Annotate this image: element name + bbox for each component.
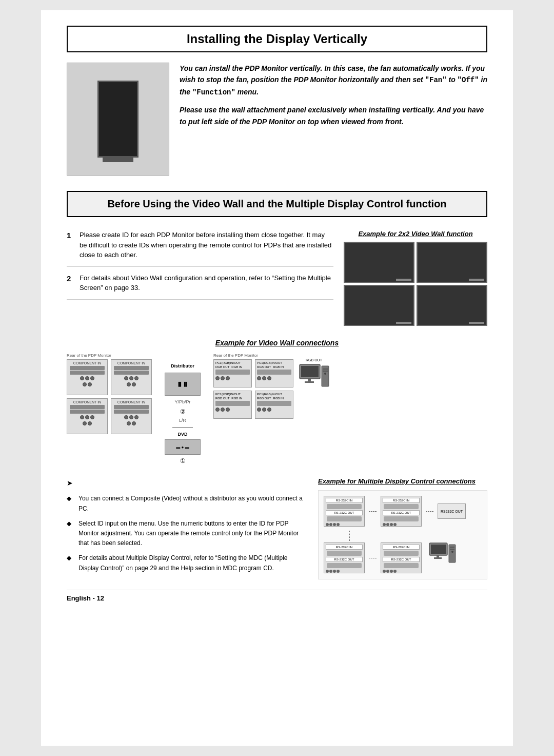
diamond-3: ◆: [67, 553, 74, 573]
rear-pdp-label-right: Rear of the PDP Monitor: [213, 353, 293, 358]
rgb-out-label: RGB OUT: [306, 358, 322, 362]
monitor-grid: [344, 242, 487, 326]
monitor-cell-1: [344, 242, 414, 283]
page-container: Installing the Display Vertically You ca…: [41, 10, 513, 746]
svg-rect-1: [301, 366, 319, 377]
instruction-num-1: 1: [67, 230, 74, 260]
computer-group: RGB OUT: [299, 353, 329, 399]
vertical-install-content: You can install the PDP Monitor vertical…: [67, 63, 487, 176]
port-dots-5: [69, 414, 106, 420]
videowall-2x2-example: Example for 2x2 Video Wall function: [344, 230, 487, 326]
rgb-panel-4: PC1(RGB)IN/OUT RGB OUTRGB IN: [255, 391, 293, 419]
vertical-text2: Please use the wall attachment panel exc…: [180, 104, 487, 127]
lr-label: L/R: [179, 418, 186, 423]
videowall-top: 1 Please create ID for each PDP Monitor …: [67, 230, 487, 326]
vertical-connector: [344, 531, 482, 541]
rgb-panel-1: PC1(RGB)IN/OUT RGB OUTRGB IN: [213, 359, 252, 387]
rgb-panel-2: PC1(RGB)IN/OUT RGB OUTRGB IN: [255, 359, 293, 387]
port-dots-7: [113, 414, 150, 420]
bullet-text-2: Select ID input on the menu. Use the num…: [78, 519, 308, 549]
dvd-body: ▬ ● ▬: [165, 439, 201, 455]
port-dots-2: [69, 381, 106, 387]
port-dots-4: [113, 381, 150, 387]
ypbpr-label: Y/Pb/Pr: [174, 399, 190, 404]
instruction-item-2: 2 For details about Video Wall configura…: [67, 273, 333, 300]
instructions-list: 1 Please create ID for each PDP Monitor …: [67, 230, 333, 326]
pdp-panel-2: COMPONENT IN: [111, 359, 152, 395]
dvd-label: DVD: [177, 432, 187, 437]
footer-text: English - 12: [67, 594, 104, 602]
rear-pdp-label-left: Rear of the PDP Monitor: [67, 353, 152, 358]
svg-point-15: [451, 551, 453, 553]
port-row-3: [114, 366, 149, 370]
pdp-panel-1: COMPONENT IN: [67, 359, 108, 395]
dashed-connector-1: [369, 511, 377, 512]
dashed-connector-3: [369, 558, 377, 558]
dashed-connector-2: [426, 511, 433, 512]
bottom-section: ➤ ◆ You can connect a Composite (Video) …: [67, 477, 487, 579]
svg-rect-10: [437, 555, 439, 557]
bullet-item-3: ◆ For details about Multiple Display Con…: [67, 553, 308, 573]
svg-rect-6: [323, 371, 328, 372]
mdc-connections-title: Example for Multiple Display Control con…: [318, 477, 487, 485]
rs232c-out-box: RS232C OUT: [438, 503, 466, 519]
videowall-connections-title: Example for Video Wall connections: [67, 339, 487, 347]
videowall-connections-section: Example for Video Wall connections Rear …: [67, 339, 487, 464]
bullet-item-1: ◆ You can connect a Composite (Video) wi…: [67, 494, 308, 513]
bullet-text-1: You can connect a Composite (Video) with…: [78, 494, 308, 513]
monitor-vertical-image: [67, 63, 169, 176]
bottom-left-bullets: ➤ ◆ You can connect a Composite (Video) …: [67, 477, 308, 579]
svg-rect-14: [450, 549, 454, 550]
svg-rect-3: [305, 381, 314, 383]
pdp-panel-4: COMPONENT IN: [111, 398, 152, 434]
section1-title: Installing the Display Vertically: [78, 32, 476, 46]
monitor-cell-3: [344, 285, 414, 326]
port-row-7: [114, 405, 149, 409]
distributor-label: Distributor: [171, 363, 194, 369]
port-dots-6: [69, 420, 106, 427]
rs232-panel-1: RS-232C IN RS-232C OUT: [324, 496, 365, 527]
svg-rect-2: [308, 379, 311, 381]
port-row-2: [70, 371, 105, 375]
section2-title: Before Using the Video Wall and the Mult…: [78, 198, 476, 210]
monitor-cell-2: [417, 242, 487, 283]
port-row-1: [70, 366, 105, 370]
circle1-label: ①: [180, 457, 186, 464]
pdp-panel-3: COMPONENT IN: [67, 398, 108, 434]
mdc-computer-icon: [428, 542, 457, 574]
mdc-diagram: RS-232C IN RS-232C OUT: [318, 490, 487, 579]
section2-title-box: Before Using the Video Wall and the Mult…: [67, 191, 487, 217]
svg-rect-11: [434, 557, 442, 559]
circle2-label: ②: [180, 408, 186, 415]
svg-rect-13: [450, 547, 454, 548]
bottom-right-mdc: Example for Multiple Display Control con…: [318, 477, 487, 579]
instruction-text-2: For details about Video Wall configurati…: [80, 273, 333, 293]
cable-line: [172, 427, 193, 428]
port-dots-3: [113, 375, 150, 381]
diamond-2: ◆: [67, 519, 74, 549]
svg-rect-5: [323, 369, 328, 370]
distributor-dvd-group: Distributor ▐▌▐▌ Y/Pb/Pr ② L/R DVD ▬ ● ▬…: [157, 353, 208, 464]
svg-rect-9: [431, 545, 446, 554]
example-2x2-title: Example for 2x2 Video Wall function: [344, 230, 487, 238]
instruction-text-1: Please create ID for each PDP Monitor be…: [80, 230, 333, 260]
left-monitors-group: Rear of the PDP Monitor COMPONENT IN: [67, 353, 152, 434]
mdc-bottom-row: RS-232C IN RS-232C OUT: [324, 542, 482, 574]
diamond-1: ◆: [67, 494, 74, 513]
rgb-panel-3: PC1(RGB)IN/OUT RGB OUTRGB IN: [213, 391, 252, 419]
svg-point-7: [324, 373, 326, 375]
monitor-vertical-display: [97, 81, 138, 158]
bullet-text-3: For details about Multiple Display Contr…: [78, 553, 308, 573]
bullet-item-arrow: ➤: [67, 477, 308, 489]
vertical-install-text: You can install the PDP Monitor vertical…: [180, 63, 487, 176]
port-row-6: [70, 410, 105, 414]
port-row-4: [114, 371, 149, 375]
port-dots-8: [113, 420, 150, 427]
port-row-5: [70, 405, 105, 409]
monitor-cell-4: [417, 285, 487, 326]
computer-icon: [299, 363, 329, 399]
bullet-item-2: ◆ Select ID input on the menu. Use the n…: [67, 519, 308, 549]
rs232-panel-2: RS-232C IN RS-232C OUT: [381, 496, 422, 527]
distributor-body: ▐▌▐▌: [165, 373, 201, 396]
section1-title-box: Installing the Display Vertically: [67, 26, 487, 52]
